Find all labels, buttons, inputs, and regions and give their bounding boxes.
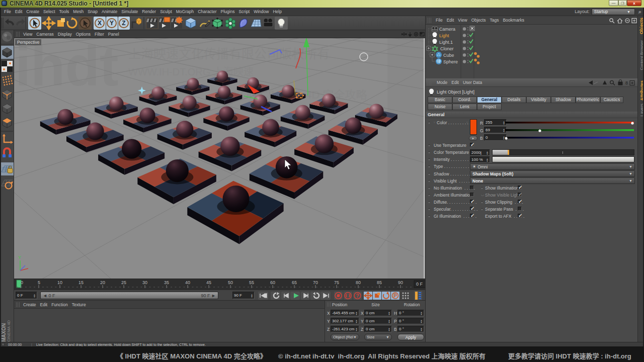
svg-text:65: 65: [292, 280, 297, 285]
svg-text:Light.1: Light.1: [439, 40, 453, 45]
svg-text:Sphere: Sphere: [443, 59, 458, 64]
svg-text:?: ?: [356, 293, 359, 299]
svg-text:Y: Y: [18, 255, 21, 260]
svg-text:0: 0: [21, 280, 23, 285]
svg-text:Camera: Camera: [439, 27, 455, 32]
svg-text:WWW.IH-DT.ORG 上海映速: WWW.IH-DT.ORG 上海映速: [128, 66, 254, 77]
svg-text:10: 10: [57, 280, 62, 285]
svg-text:0 F: 0 F: [416, 282, 423, 287]
svg-text:Cube: Cube: [443, 53, 454, 58]
svg-text:45: 45: [206, 280, 211, 285]
svg-text:55: 55: [249, 280, 254, 285]
svg-text:X: X: [98, 20, 102, 27]
svg-text:90: 90: [398, 280, 403, 285]
svg-text:Cloner: Cloner: [440, 46, 454, 51]
svg-text:30: 30: [142, 280, 147, 285]
svg-text:20: 20: [100, 280, 105, 285]
svg-text:Z: Z: [122, 20, 125, 27]
svg-text:35: 35: [164, 280, 169, 285]
svg-text:8: 8: [625, 80, 628, 85]
svg-text:15: 15: [78, 280, 84, 285]
svg-text:40: 40: [185, 280, 190, 285]
svg-text:50: 50: [228, 280, 233, 285]
svg-text:70: 70: [313, 280, 318, 285]
svg-text:80: 80: [356, 280, 361, 285]
svg-text:75: 75: [334, 280, 339, 285]
svg-text:P: P: [393, 293, 397, 299]
svg-text:ihdt: ihdt: [15, 38, 118, 98]
svg-text:Light: Light: [439, 33, 449, 38]
svg-text:5: 5: [38, 280, 40, 285]
svg-text:Y: Y: [110, 20, 114, 27]
svg-text:25: 25: [121, 280, 126, 285]
svg-text:85: 85: [377, 280, 382, 285]
svg-text:60: 60: [270, 280, 275, 285]
